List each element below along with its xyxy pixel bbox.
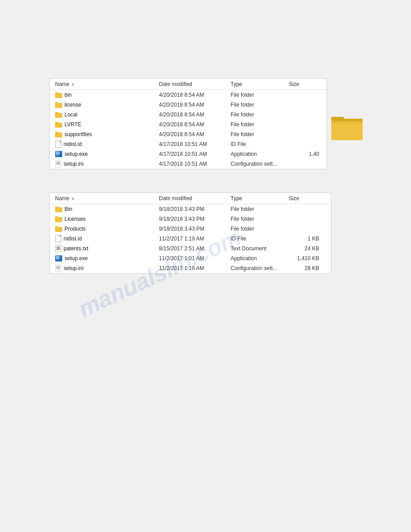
file-type: Configuration sett... [229,265,287,271]
file-size: 1,410 KB [287,255,323,262]
setup-exe-icon [55,151,62,157]
file-name: nidist.id [64,236,82,242]
file-name: bin [64,92,72,98]
table-row[interactable]: nidist.id 4/17/2018 10:51 AM ID File [50,139,326,149]
file-icon [55,141,61,148]
table-row[interactable]: Local 4/20/2018 8:54 AM File folder [50,110,326,120]
txt-icon [55,245,61,252]
col-header-date-2[interactable]: Date modified [157,195,229,202]
file-type: File folder [229,92,287,98]
col-header-type-1[interactable]: Type [229,81,287,87]
file-date: 4/17/2018 10:51 AM [157,141,229,147]
file-name: Bin [64,206,72,212]
table-row[interactable]: LVRTE 4/20/2018 8:54 AM File folder [50,120,326,129]
panel-header-top: Name ∧ Date modified Type Size [50,79,326,90]
file-name: patents.txt [64,245,88,252]
file-type: Text Document [229,245,287,252]
file-date: 4/20/2018 8:54 AM [157,102,229,108]
file-type: File folder [229,102,287,108]
folder-icon [55,132,62,137]
file-size: 28 KB [287,265,323,271]
file-icon [55,235,61,242]
svg-rect-1 [331,117,344,121]
file-date: 11/2/2017 1:19 AM [157,236,229,242]
setup-exe-icon-2 [55,255,62,262]
file-date: 4/20/2018 8:54 AM [157,92,229,98]
file-name: nidist.id [64,141,82,147]
file-panel-bottom: Name ∧ Date modified Type Size Bin 9/18/… [49,193,331,274]
table-row[interactable]: license 4/20/2018 8:54 AM File folder [50,100,326,110]
file-date: 8/15/2017 2:51 AM [157,245,229,252]
sort-arrow-2: ∧ [71,196,74,201]
table-row[interactable]: supportfiles 4/20/2018 8:54 AM File fold… [50,129,326,139]
file-name: setup.exe [64,255,88,262]
file-type: File folder [229,131,287,137]
file-name: LVRTE [64,121,81,128]
file-name: license [64,102,81,108]
table-row[interactable]: setup.ini 4/17/2018 10:51 AM Configurati… [50,159,326,169]
table-row[interactable]: setup.ini 11/2/2017 1:19 AM Configuratio… [50,263,331,273]
file-date: 11/2/2017 1:19 AM [157,265,229,271]
table-row[interactable]: Bin 9/18/2018 3:43 PM File folder [50,204,331,214]
file-name: Licenses [64,216,86,222]
col-header-name-2[interactable]: Name ∧ [50,195,157,202]
file-name: setup.ini [64,265,84,271]
folder-icon [55,102,62,108]
file-type: Application [229,255,287,262]
sort-arrow-1: ∧ [71,82,74,87]
file-type: ID File [229,236,287,242]
file-size: 24 KB [287,245,323,252]
table-row[interactable]: Licenses 9/18/2018 3:43 PM File folder [50,214,331,224]
ini-icon-2 [55,265,61,272]
file-type: File folder [229,226,287,232]
col-header-size-1[interactable]: Size [287,81,323,87]
folder-icon [55,206,62,212]
file-type: File folder [229,216,287,222]
file-size: 1,40 [287,151,323,157]
file-type: Configuration sett... [229,161,287,167]
folder-icon [55,216,62,222]
table-row[interactable]: patents.txt 8/15/2017 2:51 AM Text Docum… [50,244,331,253]
table-row[interactable]: Products 9/18/2018 3:43 PM File folder [50,224,331,234]
file-type: File folder [229,206,287,212]
file-name: supportfiles [64,131,92,137]
col-header-type-2[interactable]: Type [229,195,287,202]
table-row[interactable]: nidist.id 11/2/2017 1:19 AM ID File 1 KB [50,234,331,244]
ini-icon [55,160,61,167]
page-container: manualslib.com 8 items Name ∧ Date modif… [0,0,411,532]
file-date: 4/20/2018 8:54 AM [157,121,229,128]
svg-rect-2 [331,121,363,140]
folder-icon [55,226,62,232]
file-type: File folder [229,112,287,118]
folder-icon [55,112,62,118]
col-header-size-2[interactable]: Size [287,195,323,202]
file-date: 9/18/2018 3:43 PM [157,206,229,212]
svg-rect-3 [331,121,363,124]
file-date: 9/18/2018 3:43 PM [157,226,229,232]
file-date: 4/17/2018 10:51 AM [157,151,229,157]
file-type: ID File [229,141,287,147]
table-row[interactable]: setup.exe 4/17/2018 10:51 AM Application… [50,149,326,159]
col-header-name-1[interactable]: Name ∧ [50,81,157,87]
file-date: 4/20/2018 8:54 AM [157,112,229,118]
file-name: setup.exe [64,151,88,157]
col-header-date-1[interactable]: Date modified [157,81,229,87]
file-date: 11/2/2017 1:01 AM [157,255,229,262]
file-size: 1 KB [287,236,323,242]
file-name: Local [64,112,77,118]
table-row[interactable]: setup.exe 11/2/2017 1:01 AM Application … [50,253,331,263]
panel-header-bottom: Name ∧ Date modified Type Size [50,193,331,204]
file-type: Application [229,151,287,157]
file-type: File folder [229,121,287,128]
file-name: Products [64,226,86,232]
large-folder-icon [331,114,363,142]
file-date: 9/18/2018 3:43 PM [157,216,229,222]
folder-icon [55,92,62,98]
file-date: 4/20/2018 8:54 AM [157,131,229,137]
file-date: 4/17/2018 10:51 AM [157,161,229,167]
folder-icon [55,122,62,128]
file-panel-top: Name ∧ Date modified Type Size bin 4/20/… [49,78,327,169]
file-name: setup.ini [64,161,84,167]
table-row[interactable]: bin 4/20/2018 8:54 AM File folder [50,90,326,100]
